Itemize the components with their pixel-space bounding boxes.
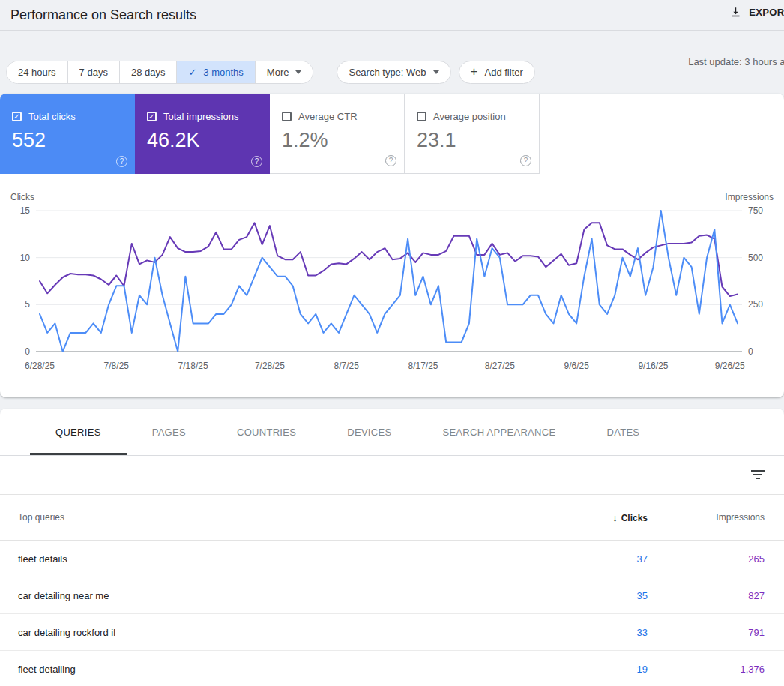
metric-card-top: ✓Total impressions bbox=[147, 111, 258, 122]
date-range-more[interactable]: More bbox=[256, 61, 313, 83]
date-range-label: 28 days bbox=[131, 67, 166, 78]
tab-label: SEARCH APPEARANCE bbox=[442, 427, 555, 438]
left-axis-tick: 10 bbox=[20, 253, 31, 263]
right-axis-tick: 750 bbox=[748, 205, 763, 216]
help-icon[interactable]: ? bbox=[251, 156, 262, 167]
right-axis-title: Impressions bbox=[725, 192, 774, 202]
table-row[interactable]: car detailing rockford il33791 bbox=[0, 614, 784, 651]
impressions-cell: 791 bbox=[648, 627, 765, 638]
dimensions-panel: QUERIESPAGESCOUNTRIESDEVICESSEARCH APPEA… bbox=[0, 409, 784, 686]
clicks-cell: 19 bbox=[558, 664, 648, 675]
tab-queries[interactable]: QUERIES bbox=[30, 409, 127, 455]
date-range-24-hours[interactable]: 24 hours bbox=[7, 61, 68, 83]
average-position-checkbox[interactable] bbox=[417, 112, 426, 121]
search-type-label: Search type: Web bbox=[349, 67, 426, 78]
query-cell: car detailing near me bbox=[18, 590, 558, 601]
metric-card-average-position[interactable]: Average position23.1? bbox=[405, 94, 540, 174]
download-icon bbox=[729, 6, 742, 19]
metrics-row: ✓Total clicks552?✓Total impressions46.2K… bbox=[0, 94, 784, 174]
metric-label: Total clicks bbox=[28, 111, 76, 122]
x-axis-tick: 6/28/25 bbox=[25, 361, 55, 371]
table-row[interactable]: fleet details37265 bbox=[0, 541, 784, 577]
export-button[interactable]: EXPORT bbox=[729, 6, 784, 19]
chevron-down-icon bbox=[295, 70, 301, 74]
left-axis-tick: 5 bbox=[25, 299, 30, 310]
metric-card-average-ctr[interactable]: Average CTR1.2%? bbox=[270, 94, 405, 174]
impressions-cell: 1,376 bbox=[648, 664, 765, 675]
performance-panel: ✓Total clicks552?✓Total impressions46.2K… bbox=[0, 94, 784, 397]
metric-card-top: Average position bbox=[417, 111, 527, 122]
metric-card-top: Average CTR bbox=[282, 111, 392, 122]
tab-label: DATES bbox=[606, 427, 639, 438]
metric-card-total-clicks[interactable]: ✓Total clicks552? bbox=[0, 94, 135, 174]
impressions-cell: 265 bbox=[648, 553, 765, 565]
left-axis-tick: 0 bbox=[25, 346, 30, 357]
clicks-line bbox=[40, 211, 738, 352]
clicks-header[interactable]: ↓Clicks bbox=[558, 512, 648, 523]
date-range-group: 24 hours7 days28 days✓3 monthsMore bbox=[6, 61, 313, 84]
tab-pages[interactable]: PAGES bbox=[127, 409, 211, 455]
right-axis-tick: 0 bbox=[748, 346, 753, 357]
right-axis-tick: 500 bbox=[748, 253, 763, 263]
search-type-chip[interactable]: Search type: Web bbox=[337, 61, 450, 84]
impressions-header[interactable]: Impressions bbox=[648, 512, 765, 523]
left-axis-title: Clicks bbox=[10, 192, 34, 202]
left-axis-tick: 15 bbox=[20, 205, 31, 216]
filter-separator bbox=[325, 61, 325, 84]
tab-dates[interactable]: DATES bbox=[581, 409, 665, 455]
help-icon[interactable]: ? bbox=[116, 156, 127, 167]
total-impressions-checkbox[interactable]: ✓ bbox=[147, 112, 157, 121]
average-ctr-checkbox[interactable] bbox=[282, 112, 292, 121]
tab-search-appearance[interactable]: SEARCH APPEARANCE bbox=[417, 409, 581, 455]
clicks-cell: 33 bbox=[558, 627, 648, 638]
top-queries-header[interactable]: Top queries bbox=[18, 512, 558, 523]
metric-label: Total impressions bbox=[163, 111, 238, 122]
help-icon[interactable]: ? bbox=[520, 155, 531, 166]
clicks-cell: 35 bbox=[558, 590, 648, 601]
date-range-3-months[interactable]: ✓3 months bbox=[177, 61, 255, 83]
total-clicks-checkbox[interactable]: ✓ bbox=[12, 112, 22, 121]
add-filter-chip[interactable]: + Add filter bbox=[459, 61, 535, 84]
date-range-28-days[interactable]: 28 days bbox=[120, 61, 178, 83]
export-label: EXPORT bbox=[749, 7, 784, 18]
table-toolbar bbox=[0, 456, 784, 495]
x-axis-tick: 7/8/25 bbox=[104, 361, 130, 371]
tab-devices[interactable]: DEVICES bbox=[322, 409, 417, 455]
sort-descending-icon: ↓ bbox=[612, 512, 618, 523]
top-header: Performance on Search results EXPORT bbox=[0, 0, 784, 31]
table-row[interactable]: fleet detailing191,376 bbox=[0, 651, 784, 686]
query-cell: fleet detailing bbox=[18, 664, 558, 675]
metric-value: 552 bbox=[12, 129, 123, 152]
active-tab-underline bbox=[30, 453, 127, 455]
metric-value: 1.2% bbox=[282, 129, 392, 152]
date-range-label: 7 days bbox=[79, 67, 108, 78]
check-icon: ✓ bbox=[188, 67, 196, 78]
metric-label: Average position bbox=[433, 111, 506, 122]
tab-countries[interactable]: COUNTRIES bbox=[211, 409, 322, 455]
plus-icon: + bbox=[471, 64, 478, 79]
table-body: fleet details37265car detailing near me3… bbox=[0, 541, 784, 686]
performance-chart[interactable]: 0510150250500750ClicksImpressions6/28/25… bbox=[0, 174, 784, 397]
date-range-label: More bbox=[267, 67, 289, 78]
tab-label: PAGES bbox=[152, 427, 186, 438]
add-filter-label: Add filter bbox=[485, 67, 523, 78]
metric-card-total-impressions[interactable]: ✓Total impressions46.2K? bbox=[135, 94, 270, 174]
metric-label: Average CTR bbox=[298, 111, 358, 122]
date-range-label: 24 hours bbox=[18, 67, 56, 78]
date-range-label: 3 months bbox=[203, 67, 243, 78]
right-axis-tick: 250 bbox=[748, 299, 763, 310]
query-cell: fleet details bbox=[18, 553, 558, 565]
filter-list-icon[interactable] bbox=[751, 470, 765, 481]
x-axis-tick: 8/7/25 bbox=[334, 361, 360, 371]
page-title: Performance on Search results bbox=[10, 7, 196, 23]
dimension-tabs: QUERIESPAGESCOUNTRIESDEVICESSEARCH APPEA… bbox=[0, 409, 784, 456]
table-row[interactable]: car detailing near me35827 bbox=[0, 577, 784, 614]
metric-card-top: ✓Total clicks bbox=[12, 111, 123, 122]
tab-label: COUNTRIES bbox=[237, 427, 296, 438]
metric-value: 23.1 bbox=[417, 129, 527, 152]
x-axis-tick: 8/27/25 bbox=[485, 361, 515, 371]
x-axis-tick: 8/17/25 bbox=[408, 361, 438, 371]
x-axis-tick: 7/28/25 bbox=[255, 361, 285, 371]
help-icon[interactable]: ? bbox=[385, 155, 396, 166]
date-range-7-days[interactable]: 7 days bbox=[68, 61, 120, 83]
